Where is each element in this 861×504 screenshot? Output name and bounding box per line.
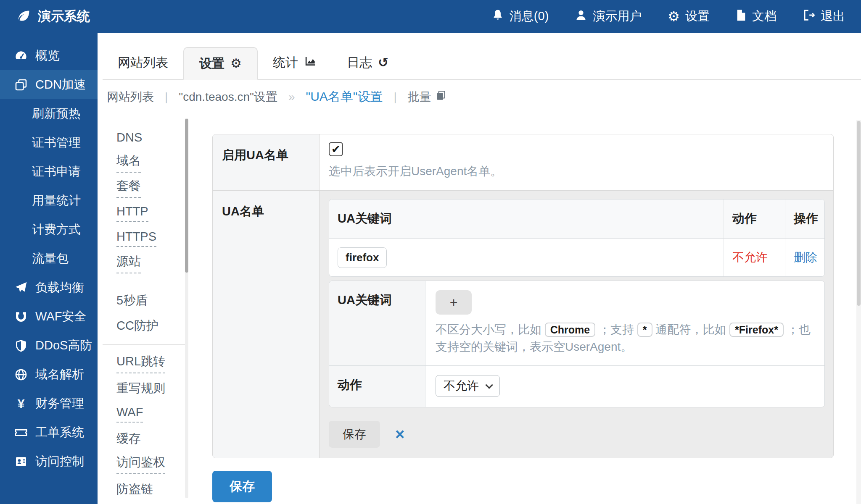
submenu-item-cache[interactable]: 缓存 xyxy=(103,426,185,452)
brand-label: 演示系统 xyxy=(38,8,90,25)
submenu-item-rewrite-rules[interactable]: 重写规则 xyxy=(103,376,185,401)
submenu-scrollbar-thumb[interactable] xyxy=(185,119,188,273)
tab-stats[interactable]: 统计 xyxy=(258,46,332,79)
topbar-item-settings[interactable]: ⚙ 设置 xyxy=(668,8,710,25)
topbar-item-label: 演示用户 xyxy=(593,8,642,25)
submenu-label: WAF xyxy=(116,405,143,423)
close-icon[interactable]: × xyxy=(395,426,404,442)
action-select[interactable]: 不允许 xyxy=(436,375,500,397)
sidebar-item-billing[interactable]: 计费方式 xyxy=(0,215,98,244)
editor-row-keyword: UA关键词 + 不区分大小写，比如 Chrome ；支持 xyxy=(329,281,824,365)
page-scrollbar[interactable] xyxy=(856,120,861,504)
save-button[interactable]: 保存 xyxy=(212,471,272,502)
submenu-label: 源站 xyxy=(116,253,141,273)
submenu-label: CC防护 xyxy=(116,318,158,334)
example-chip-firefox: *Firefox* xyxy=(729,323,784,337)
area-chart-icon xyxy=(304,55,317,71)
settings-submenu: DNS 域名 套餐 HTTP HTTPS 源站 5秒盾 CC防护 URL跳转 重… xyxy=(103,112,185,502)
batch-label: 批量 xyxy=(408,89,431,105)
sidebar-item-overview[interactable]: 概览 xyxy=(0,41,98,70)
submenu-item-domain[interactable]: 域名 xyxy=(103,150,185,175)
breadcrumb-site-settings[interactable]: "cdn.teaos.cn"设置 xyxy=(179,89,277,105)
enable-help-text: 选中后表示开启UserAgent名单。 xyxy=(329,163,825,180)
submenu-label: 防盗链 xyxy=(116,481,153,498)
example-chip-wildcard: * xyxy=(637,323,652,337)
sidebar-item-traffic-pack[interactable]: 流量包 xyxy=(0,244,98,273)
breadcrumb-site-list[interactable]: 网站列表 xyxy=(107,89,154,105)
submenu-scrollbar[interactable] xyxy=(185,118,188,498)
sidebar-item-finance[interactable]: ¥ 财务管理 xyxy=(0,389,98,418)
action-value: 不允许 xyxy=(732,249,768,265)
sidebar-item-cert-apply[interactable]: 证书申请 xyxy=(0,157,98,186)
form-row-enable: 启用UA名单 ✔ 选中后表示开启UserAgent名单。 xyxy=(213,134,833,190)
sidebar-item-tickets[interactable]: 工单系统 xyxy=(0,418,98,447)
submenu-label: 重写规则 xyxy=(116,380,165,397)
submenu-label: HTTP xyxy=(116,205,148,222)
sidebar-item-cdn[interactable]: CDN加速 xyxy=(0,70,98,99)
breadcrumb: 网站列表 | "cdn.teaos.cn"设置 » "UA名单"设置 | 批量 xyxy=(103,80,861,112)
sidebar-item-waf[interactable]: WAF安全 xyxy=(0,302,98,331)
submenu-item-http[interactable]: HTTP xyxy=(103,200,185,226)
user-icon xyxy=(575,9,587,24)
gauge-icon xyxy=(13,49,29,63)
submenu-label: 访问鉴权 xyxy=(116,454,165,474)
submenu-item-cc-protect[interactable]: CC防护 xyxy=(103,313,185,339)
submenu-label: HTTPS xyxy=(116,230,156,247)
chevron-down-icon xyxy=(485,381,493,388)
column-header-keyword: UA关键词 xyxy=(329,200,724,238)
submenu-label: DNS xyxy=(116,131,142,144)
keyword-help-text: 不区分大小写，比如 Chrome ；支持 * 通配符，比如 *Firefox* … xyxy=(436,321,814,355)
tab-logs[interactable]: 日志 ↺ xyxy=(332,46,404,79)
topbar-item-docs[interactable]: 文档 xyxy=(736,8,776,25)
submenu-item-plan[interactable]: 套餐 xyxy=(103,175,185,200)
editor-keyword-label: UA关键词 xyxy=(329,281,425,365)
submenu-item-hotlink-protect[interactable]: 防盗链 xyxy=(103,477,185,502)
topbar-item-user[interactable]: 演示用户 xyxy=(575,8,642,25)
ua-list-form: 启用UA名单 ✔ 选中后表示开启UserAgent名单。 UA名单 xyxy=(212,134,834,458)
topbar-item-messages[interactable]: 消息(0) xyxy=(491,8,549,25)
submenu-item-access-auth[interactable]: 访问鉴权 xyxy=(103,452,185,477)
help-text-part: 通配符，比如 xyxy=(655,323,729,336)
sidebar-item-load-balance[interactable]: 负载均衡 xyxy=(0,273,98,302)
breadcrumb-batch[interactable]: 批量 xyxy=(408,89,446,105)
sidebar-item-usage-stats[interactable]: 用量统计 xyxy=(0,186,98,215)
settings-main: DNS 域名 套餐 HTTP HTTPS 源站 5秒盾 CC防护 URL跳转 重… xyxy=(103,112,861,502)
topbar-item-label: 消息(0) xyxy=(510,8,549,25)
submenu-item-origin[interactable]: 源站 xyxy=(103,251,185,276)
clone-icon xyxy=(13,78,29,92)
topbar-item-logout[interactable]: 退出 xyxy=(803,8,845,25)
sidebar-item-label: 概览 xyxy=(35,47,60,64)
gear-icon: ⚙ xyxy=(668,10,680,23)
sidebar-item-label: 财务管理 xyxy=(35,395,84,412)
sidebar-item-label: 负载均衡 xyxy=(35,279,84,296)
delete-link[interactable]: 删除 xyxy=(794,249,817,265)
tab-site-list[interactable]: 网站列表 xyxy=(103,46,183,79)
sidebar-item-label: CDN加速 xyxy=(35,76,86,93)
ua-list-label: UA名单 xyxy=(213,191,320,458)
sign-out-icon xyxy=(803,9,815,24)
keyword-chip: firefox xyxy=(338,247,387,268)
sidebar-item-label: 访问控制 xyxy=(35,453,84,470)
sidebar-item-ddos[interactable]: DDoS高防 xyxy=(0,331,98,360)
submenu-item-dns[interactable]: DNS xyxy=(103,125,185,150)
sidebar-item-label: 用量统计 xyxy=(32,192,81,209)
sidebar-item-dns-resolve[interactable]: 域名解析 xyxy=(0,360,98,389)
submenu-divider xyxy=(103,282,185,282)
submenu-item-waf[interactable]: WAF xyxy=(103,401,185,426)
document-icon xyxy=(736,9,747,24)
submenu-item-url-redirect[interactable]: URL跳转 xyxy=(103,351,185,376)
submenu-item-https[interactable]: HTTPS xyxy=(103,226,185,251)
submenu-item-5s-shield[interactable]: 5秒盾 xyxy=(103,288,185,313)
ua-keyword-table: UA关键词 动作 操作 firefox 不允许 xyxy=(329,199,825,277)
add-keyword-button[interactable]: + xyxy=(436,290,472,315)
app-brand[interactable]: 演示系统 xyxy=(16,8,90,25)
column-header-action: 动作 xyxy=(724,200,785,238)
enable-checkbox[interactable]: ✔ xyxy=(329,142,343,156)
sidebar-item-access-control[interactable]: 访问控制 xyxy=(0,447,98,476)
editor-save-button[interactable]: 保存 xyxy=(329,421,380,448)
page-scrollbar-thumb[interactable] xyxy=(857,121,861,306)
tab-label: 设置 xyxy=(199,55,224,72)
tab-settings[interactable]: 设置 ⚙ xyxy=(183,47,258,80)
sidebar-item-cert-manage[interactable]: 证书管理 xyxy=(0,128,98,157)
sidebar-item-refresh-preheat[interactable]: 刷新预热 xyxy=(0,99,98,128)
